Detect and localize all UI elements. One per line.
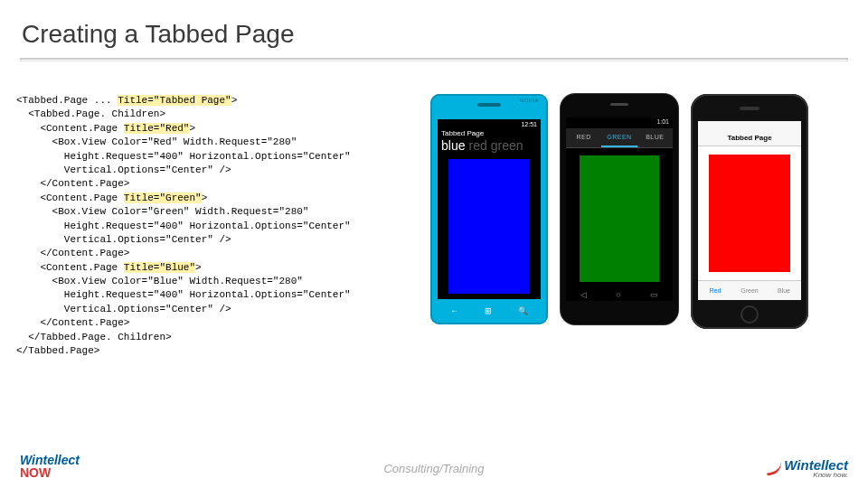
code-line: >: [202, 192, 208, 203]
code-highlight: Title="Green": [124, 192, 202, 203]
phone-speaker: [477, 103, 501, 107]
iphone-tab-red[interactable]: Red: [698, 281, 732, 300]
wp-page-title: Tabbed Page: [438, 127, 541, 137]
android-tab-red[interactable]: RED: [566, 128, 601, 147]
iphone-content-boxview-red: [709, 155, 790, 272]
code-highlight: Title="Tabbed Page": [118, 95, 231, 106]
iphone-tab-bar: Red Green Blue: [698, 280, 801, 300]
code-line: <Content.Page: [16, 262, 124, 273]
android-tab-blue[interactable]: BLUE: [637, 128, 673, 147]
iphone-mockup: Tabbed Page Red Green Blue: [691, 94, 808, 329]
code-line: Height.Request="400" Horizontal.Options=…: [16, 289, 351, 300]
code-line: Height.Request="400" Horizontal.Options=…: [16, 221, 351, 231]
wp-home-icon[interactable]: ⊞: [485, 306, 492, 315]
swoosh-icon: [766, 463, 782, 472]
android-tab-bar: RED GREEN BLUE: [566, 128, 673, 148]
code-line: <Content.Page: [16, 123, 124, 134]
iphone-home-button[interactable]: [741, 305, 759, 324]
wp-content-boxview-blue: [448, 159, 530, 294]
code-line: >: [231, 95, 238, 106]
android-status-bar: 1:01: [566, 117, 673, 128]
slide-footer: Wintellect NOW Consulting/Training Winte…: [0, 454, 868, 479]
android-content-area: [566, 148, 673, 288]
code-line: </Tabbed.Page. Children>: [16, 332, 172, 343]
code-line: Vertical.Options="Center" />: [16, 304, 231, 314]
wp-nav-bar: ← ⊞ 🔍: [438, 305, 541, 317]
windows-phone-mockup: NOKIA 12:51 Tabbed Page blueredgreen ← ⊞…: [430, 94, 548, 324]
logo-text-wintellect-right: Wintellect: [766, 458, 848, 472]
code-line: </Content.Page>: [16, 178, 129, 189]
code-line: Vertical.Options="Center" />: [16, 234, 231, 245]
wp-search-icon[interactable]: 🔍: [518, 306, 528, 315]
logo-tagline-knowhow: Know how.: [813, 472, 848, 479]
code-line: </Content.Page>: [16, 248, 129, 258]
code-highlight: Title="Red": [124, 123, 190, 134]
wp-tab-red[interactable]: red: [468, 138, 486, 153]
wp-back-icon[interactable]: ←: [450, 306, 458, 315]
code-line: </Tabbed.Page>: [16, 345, 99, 356]
phone-speaker: [740, 107, 760, 110]
wp-status-bar: 12:51: [438, 119, 541, 127]
wintellect-now-logo: Wintellect NOW: [20, 454, 80, 479]
code-line: <Tabbed.Page ...: [16, 95, 118, 106]
iphone-screen: Tabbed Page Red Green Blue: [698, 121, 801, 300]
iphone-content-area: [698, 146, 801, 280]
code-highlight: Title="Blue": [124, 262, 195, 273]
code-line: </Content.Page>: [16, 317, 129, 328]
logo-text-now: NOW: [20, 466, 80, 479]
code-line: <Box.View Color="Green" Width.Request="2…: [16, 206, 308, 217]
iphone-tab-green[interactable]: Green: [732, 281, 767, 300]
android-screen: 1:01 RED GREEN BLUE ◁ ○ ▭: [566, 117, 673, 301]
android-phone-mockup: 1:01 RED GREEN BLUE ◁ ○ ▭: [561, 94, 678, 324]
android-nav-bar: ◁ ○ ▭: [566, 288, 673, 301]
slide-body: <Tabbed.Page ... Title="Tabbed Page"> <T…: [0, 61, 868, 358]
wintellect-logo: Wintellect Know how.: [766, 458, 848, 479]
wp-pivot-tabs: blueredgreen: [438, 137, 541, 155]
code-block: <Tabbed.Page ... Title="Tabbed Page"> <T…: [16, 94, 414, 358]
wp-screen: 12:51 Tabbed Page blueredgreen: [438, 119, 541, 299]
iphone-status-bar: [698, 121, 801, 130]
slide-title: Creating a Tabbed Page: [22, 20, 868, 49]
android-recent-icon[interactable]: ▭: [650, 290, 658, 299]
slide-title-area: Creating a Tabbed Page: [0, 0, 868, 52]
wp-tab-blue[interactable]: blue: [441, 138, 465, 153]
code-line: <Content.Page: [16, 192, 124, 203]
code-line: >: [195, 262, 202, 273]
phone-screenshots: NOKIA 12:51 Tabbed Page blueredgreen ← ⊞…: [430, 94, 852, 329]
code-line: <Box.View Color="Red" Width.Request="280…: [16, 136, 297, 147]
wp-tab-green[interactable]: green: [491, 138, 524, 153]
phone-speaker: [610, 103, 628, 106]
code-line: Height.Request="400" Horizontal.Options=…: [16, 151, 351, 162]
footer-tagline: Consulting/Training: [383, 462, 484, 475]
code-line: Vertical.Options="Center" />: [16, 164, 231, 175]
phone-brand: NOKIA: [520, 98, 539, 103]
android-tab-green[interactable]: GREEN: [601, 128, 637, 147]
code-line: <Box.View Color="Blue" Width.Request="28…: [16, 276, 303, 286]
iphone-tab-blue[interactable]: Blue: [767, 281, 801, 300]
code-line: <Tabbed.Page. Children>: [16, 108, 165, 119]
android-back-icon[interactable]: ◁: [580, 290, 587, 299]
android-content-boxview-green: [580, 155, 659, 282]
android-home-icon[interactable]: ○: [616, 290, 620, 299]
logo-text-wintellect: Wintellect: [20, 454, 80, 466]
code-line: >: [189, 123, 195, 134]
iphone-nav-title: Tabbed Page: [698, 130, 801, 146]
